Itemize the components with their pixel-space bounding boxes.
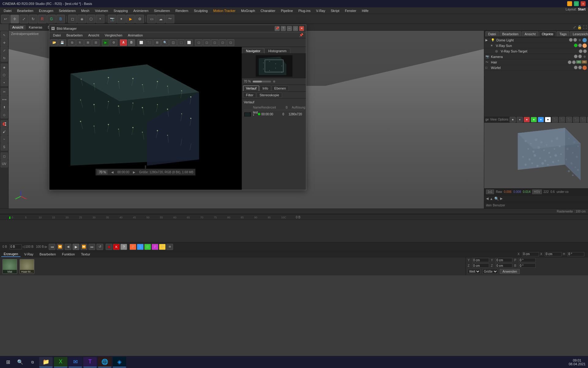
minimize-button[interactable]: ─ [567, 1, 572, 6]
bm-ftab-ebenen[interactable]: Ebenen [272, 86, 289, 91]
tl-scale-key[interactable]: S [137, 244, 144, 250]
rpanel-tab-lesezeichen[interactable]: Lesezeichen [570, 31, 588, 36]
left-tool-rotate[interactable]: ↻ [1, 54, 8, 62]
menu-skript[interactable]: Skript [328, 8, 342, 13]
obj-row-hair[interactable]: 〜 Hair H M [484, 59, 588, 65]
vp-fullscreen-icon[interactable]: ⛶ [583, 25, 587, 29]
tl-play-back[interactable]: ◀ [65, 244, 71, 250]
r3d-tab-ge[interactable]: ge [485, 118, 489, 121]
tl-record[interactable]: ⏺ [106, 244, 112, 250]
bm-ftab-info[interactable]: Info [260, 86, 271, 91]
bm-btn-zoom3[interactable]: ⊞ [153, 39, 161, 46]
maximize-button[interactable]: □ [574, 1, 579, 6]
bm-tab-histogramm[interactable]: Histogramm [264, 48, 290, 53]
bm-menu-bearbeiten[interactable]: Bearbeiten [64, 33, 85, 37]
hair-render-dot[interactable] [572, 60, 576, 64]
bm-btn-compare2[interactable]: ⊟ [92, 39, 100, 46]
tl-rot-key[interactable]: R [144, 244, 151, 250]
tl-play-fwd[interactable]: ▶ [73, 244, 79, 250]
left-tool-scale[interactable]: ⤢ [1, 47, 8, 54]
bottom-tab-bearbeiten[interactable]: Bearbeiten [37, 252, 58, 257]
tl-goto-end[interactable]: ⏭ [89, 244, 95, 250]
tl-goto-start[interactable]: ⏮ [49, 244, 55, 250]
bm-zoom-expand[interactable]: ⊕ [273, 80, 275, 83]
bm-ftab2-filter[interactable]: Filter [243, 92, 256, 98]
vraysun-vis-dot[interactable] [574, 44, 578, 47]
bild-scrollbar[interactable] [145, 166, 146, 169]
tool-model[interactable]: ◻ [68, 15, 77, 23]
taskbar-excel[interactable]: X [54, 357, 67, 367]
tl-fcurve[interactable]: ≋ [166, 244, 173, 250]
bm-btn-copy[interactable]: ⧉ [68, 39, 76, 46]
tool-light[interactable]: ✦ [117, 15, 126, 23]
mat-thumb-haar[interactable]: Haar-M... [20, 259, 34, 274]
close-button[interactable]: ✕ [581, 1, 586, 6]
menu-simulieren[interactable]: Simulieren [152, 8, 172, 13]
x-input[interactable] [522, 252, 539, 256]
r3d-btn9[interactable]: ⬛ [566, 117, 572, 122]
obj-row-kamera[interactable]: 📷 Kamera ⚙ [484, 54, 588, 59]
tl-pos-key[interactable]: P [130, 244, 136, 250]
left-tool-edge[interactable]: ⬡ [1, 71, 8, 79]
bm-frame-stepper-left[interactable]: ◀ [111, 171, 114, 174]
left-tool-knife[interactable]: ✂ [1, 88, 8, 95]
menu-mograph[interactable]: MoGraph [239, 8, 258, 13]
menu-hilfe[interactable]: Hilfe [359, 8, 371, 13]
bm-btn-chan3[interactable]: ◻ [211, 39, 218, 46]
tl-help[interactable]: ? [120, 244, 127, 250]
bm-btn-chan2[interactable]: ◻ [203, 39, 210, 46]
bm-menu-datei[interactable]: Datei [51, 33, 63, 37]
obj-expand-domelight[interactable]: ▶ [485, 38, 490, 42]
bm-tab-navigator[interactable]: Navigator [242, 48, 264, 53]
vp-tab-kameras[interactable]: Kameras [26, 25, 45, 30]
tl-frame-input[interactable] [9, 244, 22, 249]
wurfel-render-dot[interactable] [578, 66, 582, 69]
bm-btn-compare[interactable]: ⊞ [84, 39, 92, 46]
r3d-nav-left[interactable]: ◀ [486, 197, 488, 201]
r3d-tab-view[interactable]: View [490, 118, 497, 121]
bm-ftab2-stereo[interactable]: Stereoskopie [257, 92, 282, 98]
x2-input[interactable] [545, 252, 562, 256]
menu-charakter[interactable]: Charakter [258, 8, 278, 13]
bottom-tab-vray[interactable]: V-Ray [22, 252, 36, 257]
r3d-btn1[interactable]: ■ [510, 117, 516, 122]
dome-light-vis-dot[interactable] [569, 38, 573, 42]
bm-btn-paste[interactable]: ⎘ [76, 39, 84, 46]
bm-btn-chan5[interactable]: ◻ [227, 39, 234, 46]
tl-next-frame[interactable]: ⏩ [81, 244, 87, 250]
tl-param-key[interactable]: P [152, 244, 158, 250]
menu-vray[interactable]: V-Ray [314, 8, 328, 13]
menu-rendern[interactable]: Rendern [173, 8, 191, 13]
r3d-btn6[interactable]: ● [545, 117, 551, 122]
taskbar-vscode[interactable]: ◈ [113, 357, 126, 367]
bottom-tab-erzeugen[interactable]: Erzeugen [1, 251, 21, 257]
bm-btn-zoom7[interactable]: ⬜ [185, 39, 193, 46]
z2-input[interactable] [496, 263, 512, 268]
left-tool-poly[interactable]: ◈ [1, 63, 8, 71]
kamera-render-dot[interactable] [578, 55, 582, 58]
menu-mesh[interactable]: Mesh [79, 8, 92, 13]
menu-erzeugen[interactable]: Erzeugen [36, 8, 56, 13]
y-input[interactable] [472, 258, 489, 262]
tool-scale[interactable]: ⤢ [20, 15, 28, 23]
taskbar-teams[interactable]: T [83, 357, 97, 367]
menu-snapping[interactable]: Snapping [111, 8, 130, 13]
kamera-vis-dot[interactable] [574, 55, 578, 58]
verlauf-row-test[interactable]: test * 00:00:00 0 1280x720 [244, 110, 304, 118]
bm-menu-pin[interactable]: 📌 [299, 33, 303, 37]
obj-row-domelight[interactable]: ▶ 💡 Dome Light ⚙ [484, 37, 588, 43]
taskbar-outlook[interactable]: ✉ [69, 357, 82, 367]
menu-animieren[interactable]: Animieren [131, 8, 151, 13]
bm-menu-ansicht[interactable]: Ansicht [86, 33, 102, 37]
bild-close-btn[interactable]: ✕ [299, 26, 304, 31]
menu-bearbeiten[interactable]: Bearbeiten [15, 8, 36, 13]
taskbar-chrome[interactable]: 🌐 [98, 357, 111, 367]
p-input[interactable] [519, 258, 536, 262]
bm-menu-animation[interactable]: Animation [125, 33, 145, 37]
bm-btn-zoom6[interactable]: ⬚ [177, 39, 185, 46]
obj-row-vraysun[interactable]: ☀ V-Ray Sun [484, 43, 588, 48]
bm-btn-chan1[interactable]: ◻ [195, 39, 202, 46]
left-tool-point[interactable]: • [1, 79, 8, 86]
tool-g[interactable]: G [47, 15, 56, 23]
wurfel-vis-dot[interactable] [574, 66, 578, 69]
